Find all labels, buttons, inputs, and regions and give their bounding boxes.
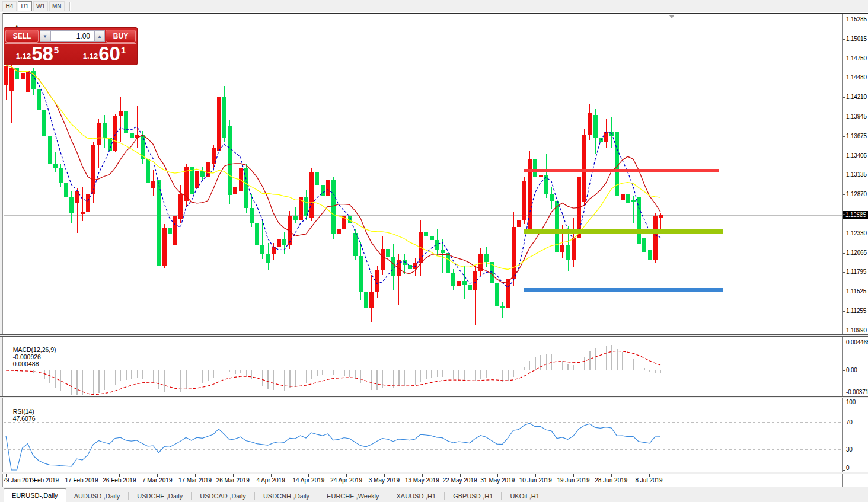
tab-separator: [501, 492, 502, 500]
price-axis-label: 1.11795: [846, 268, 866, 275]
price-axis-label: 1.15015: [846, 36, 867, 42]
macd-axis-tick: [843, 394, 845, 394]
rsi-axis-label: 70: [846, 419, 853, 426]
chart-tab-gbpusd-h1[interactable]: GBPUSD-,H1: [445, 490, 500, 502]
tab-separator: [128, 492, 129, 500]
price-axis[interactable]: 1.12585 1.152851.150151.147501.144801.14…: [843, 15, 868, 334]
price-axis-label: 1.13405: [846, 152, 867, 159]
timeframe-toolbar: H4D1W1MN: [0, 0, 868, 12]
macd-axis-label: 0.004465: [846, 339, 868, 346]
date-axis-tick: [308, 474, 309, 477]
price-axis-tick: [843, 59, 845, 59]
chart-tab-xauusd-h1[interactable]: XAUUSD-,H1: [389, 490, 444, 502]
price-axis-tick: [843, 311, 845, 312]
date-axis-tick: [119, 474, 120, 477]
rsi-value: 47.6076: [13, 415, 36, 422]
timeframe-button-d1[interactable]: D1: [18, 1, 32, 11]
date-axis-label: 7 Feb 2019: [28, 477, 59, 484]
price-axis-tick: [843, 194, 845, 195]
macd-name: MACD(12,26,9): [13, 346, 56, 353]
tab-separator: [191, 492, 192, 500]
date-axis[interactable]: 29 Jan 20197 Feb 201917 Feb 201926 Feb 2…: [4, 474, 842, 487]
timeframe-button-h4[interactable]: H4: [2, 1, 17, 11]
date-axis-tick: [460, 474, 461, 477]
date-axis-label: 31 May 2019: [480, 477, 515, 484]
volume-decrease-button[interactable]: ▼: [40, 30, 50, 42]
rsi-axis-tick: [843, 402, 845, 402]
date-axis-label: 19 Jun 2019: [557, 477, 589, 484]
date-axis-label: 28 Jun 2019: [595, 477, 627, 484]
chart-tab-usdcad-daily[interactable]: USDCAD-,Daily: [192, 490, 254, 502]
chart-shift-marker-icon[interactable]: [669, 15, 675, 18]
chart-tab-ukoil-h1[interactable]: UKOil-,H1: [502, 490, 547, 502]
candles: [4, 59, 663, 325]
price-axis-tick: [843, 136, 845, 137]
macd-canvas[interactable]: [4, 337, 842, 396]
date-axis-label: 17 Mar 2019: [178, 477, 212, 484]
date-axis-label: 24 Apr 2019: [330, 477, 362, 484]
price-axis-tick: [843, 20, 845, 20]
chart-tab-audusd-daily[interactable]: AUDUSD-,Daily: [66, 490, 128, 502]
volume-input[interactable]: [50, 30, 94, 42]
buy-price-prefix: 1.12: [83, 52, 98, 60]
horizontal-line-object[interactable]: [524, 169, 719, 172]
timeframe-buttons: H4D1W1MN: [2, 1, 66, 11]
price-axis-label: 1.12065: [846, 250, 867, 256]
date-axis-tick: [422, 474, 423, 477]
tab-separator: [254, 492, 255, 500]
price-axis-tick: [843, 331, 845, 331]
chart-top-border: [3, 13, 868, 14]
date-axis-label: 26 Mar 2019: [216, 477, 250, 484]
macd-axis-label: -0.003715: [846, 389, 868, 395]
date-axis-label: 14 Apr 2019: [292, 477, 324, 484]
chart-tab-usdchf-daily[interactable]: USDCHF-,Daily: [129, 490, 190, 502]
rsi-axis-tick: [843, 450, 845, 450]
price-axis-tick: [843, 292, 845, 292]
rsi-axis-tick: [843, 470, 845, 471]
price-axis-label: 1.12330: [846, 230, 867, 236]
chart-tab-eurchf-weekly[interactable]: EURCHF-,Weekly: [319, 490, 387, 502]
timeframe-button-w1[interactable]: W1: [33, 1, 48, 11]
date-axis-tick: [611, 474, 612, 477]
price-axis-label: 1.11525: [846, 288, 866, 295]
tab-separator: [548, 492, 548, 500]
sell-price-big: 58: [31, 45, 53, 63]
tab-separator: [444, 492, 445, 500]
horizontal-line-object[interactable]: [524, 288, 723, 292]
date-axis-tick: [44, 474, 44, 477]
macd-label: MACD(12,26,9) -0.000926 0.000488: [6, 339, 56, 375]
window-left-edge: [0, 13, 3, 487]
price-axis-label: 1.11255: [846, 308, 866, 314]
sell-price[interactable]: 1.12 58 5: [4, 44, 71, 64]
date-axis-label: 4 Apr 2019: [256, 477, 285, 484]
toolbar-separator: [69, 2, 71, 11]
horizontal-line-object[interactable]: [524, 229, 723, 234]
sell-button[interactable]: SELL: [5, 30, 39, 43]
rsi-canvas[interactable]: [4, 398, 842, 472]
date-axis-label: 17 Feb 2019: [65, 477, 98, 484]
buy-button[interactable]: BUY: [106, 30, 136, 43]
macd-axis-tick: [843, 343, 845, 343]
sell-price-prefix: 1.12: [16, 52, 31, 60]
rsi-axis-label: 30: [846, 446, 853, 453]
date-axis-label: 3 May 2019: [369, 477, 400, 484]
buy-price-big: 60: [98, 45, 120, 63]
date-axis-label: 10 Jun 2019: [519, 477, 552, 484]
date-axis-label: 13 May 2019: [405, 477, 439, 484]
date-axis-tick: [233, 474, 234, 477]
macd-axis-label: 0.00: [846, 367, 857, 373]
macd-value-signal: 0.000488: [13, 360, 39, 367]
macd-axis-tick: [843, 370, 845, 371]
price-axis-tick: [843, 175, 845, 175]
timeframe-button-mn[interactable]: MN: [49, 1, 65, 11]
chart-tab-usdcnh-daily[interactable]: USDCNH-,Daily: [256, 490, 317, 502]
chart-tab-eurusd-daily[interactable]: EURUSD-,Daily: [4, 488, 66, 502]
price-axis-label: 1.14210: [846, 94, 867, 100]
rsi-label: RSI(14) 47.6076: [6, 401, 36, 429]
macd-histogram: [7, 345, 661, 395]
price-axis-label: 1.13675: [846, 133, 867, 139]
volume-increase-button[interactable]: ▲: [94, 30, 105, 42]
buy-price[interactable]: 1.12 60 1: [71, 44, 138, 64]
price-axis-label: 1.14750: [846, 55, 867, 62]
date-axis-tick: [195, 474, 196, 477]
